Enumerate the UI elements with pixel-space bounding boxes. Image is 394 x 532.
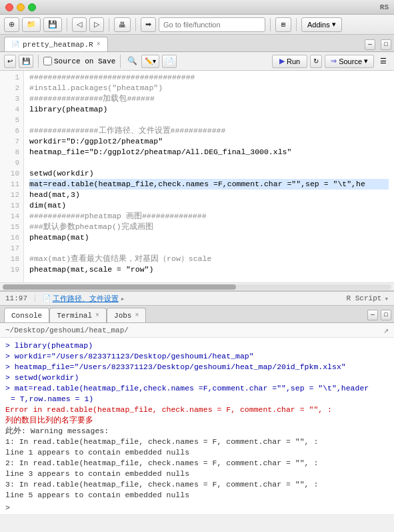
editor-minimize-button[interactable]: —: [365, 39, 375, 50]
code-line[interactable]: library(pheatmap): [29, 104, 389, 115]
code-line[interactable]: ################加载包######: [29, 93, 389, 104]
run-button[interactable]: ▶ Run: [272, 55, 307, 68]
goto-arrow-button[interactable]: ➡: [141, 17, 156, 32]
prompt-symbol: >: [5, 503, 10, 512]
console-output[interactable]: > library(pheatmap)> workdir="/Users/823…: [0, 338, 394, 503]
console-prompt-line[interactable]: >: [0, 503, 394, 514]
undo-button[interactable]: ↩: [4, 55, 16, 68]
scrollbar-track: [3, 284, 391, 290]
line-number: 1: [0, 72, 23, 83]
separator2: [109, 18, 109, 31]
editor-maximize-button[interactable]: □: [381, 39, 391, 50]
console-tab-bar: Console Terminal × Jobs × — □: [0, 306, 394, 323]
code-line[interactable]: #max(mat)查看最大值结果，对基因（row）scale: [29, 254, 389, 264]
print-button[interactable]: 🖶: [114, 17, 131, 32]
compile-button[interactable]: 📄: [162, 55, 177, 68]
code-editor: 12345678910111213141516171819 ##########…: [0, 71, 394, 291]
terminal-tab-close[interactable]: ×: [95, 312, 99, 319]
code-line[interactable]: [29, 275, 389, 282]
console-path: ~/Desktop/geshoumi/heat_map/: [5, 326, 129, 334]
addins-arrow: ▾: [332, 20, 336, 29]
source-on-save-label[interactable]: Source on Save: [43, 57, 115, 65]
line-number: 7: [0, 136, 23, 147]
script-type: R Script: [347, 294, 382, 302]
search-button[interactable]: 🔍: [125, 55, 139, 68]
terminal-tab-label: Terminal: [57, 312, 92, 320]
line-number: 17: [0, 243, 23, 254]
line-number: 18: [0, 254, 23, 264]
open-button[interactable]: 📁: [22, 17, 41, 32]
separator4: [270, 18, 271, 31]
code-content[interactable]: #####################################ins…: [24, 71, 394, 282]
console-line: 3: In read.table(heatmap_file, check.nam…: [5, 479, 389, 490]
maximize-window-button[interactable]: [28, 3, 36, 11]
file-tab-bar: 📄 pretty_heatmap.R × — □: [0, 35, 394, 52]
code-line[interactable]: ############pheatmap 画图##############: [29, 211, 389, 222]
tab-close-button[interactable]: ×: [97, 41, 101, 48]
grid-button[interactable]: ⊞: [275, 17, 291, 32]
code-line[interactable]: ####################################: [29, 72, 389, 83]
code-line[interactable]: ###############工作路径、文件设置############: [29, 125, 389, 136]
console-line: 2: In read.table(heatmap_file, check.nam…: [5, 458, 389, 469]
code-line[interactable]: pheatmap(mat,scale = "row"): [29, 264, 389, 275]
code-line[interactable]: [29, 115, 389, 125]
traffic-lights: [5, 3, 36, 11]
scrollbar-thumb[interactable]: [3, 284, 236, 290]
code-line[interactable]: heatmap_file="D:/ggplot2/pheatmap/All.DE…: [29, 147, 389, 158]
console-line: > workdir="/Users/823371123/Desktop/gesh…: [5, 351, 389, 362]
rerun-button[interactable]: ↻: [310, 55, 322, 68]
addins-button[interactable]: Addins ▾: [301, 17, 342, 32]
line-number: 6: [0, 125, 23, 136]
console-line: > heatmap_file="/Users/823371123/Desktop…: [5, 362, 389, 372]
console-line: > mat=read.table(heatmap_file,check.name…: [5, 383, 389, 394]
horizontal-scrollbar[interactable]: [0, 282, 394, 290]
minimize-window-button[interactable]: [17, 3, 25, 11]
console-line: Error in read.table(heatmap_file, check.…: [5, 405, 389, 415]
close-window-button[interactable]: [5, 3, 13, 11]
code-line[interactable]: mat=read.table(heatmap_file,check.names …: [29, 179, 389, 190]
line-number: 2: [0, 83, 23, 93]
console-line: > setwd(workdir): [5, 372, 389, 383]
line-number: 11: [0, 179, 23, 190]
code-tools-button[interactable]: ✏️▾: [141, 55, 159, 68]
source-on-save-checkbox[interactable]: [43, 57, 52, 65]
code-line[interactable]: ###默认参数pheatmap()完成画图: [29, 222, 389, 232]
line-number: [0, 275, 23, 282]
console-maximize-button[interactable]: □: [381, 310, 391, 320]
goto-input[interactable]: [159, 17, 265, 32]
file-tab-pretty-heatmap[interactable]: 📄 pretty_heatmap.R ×: [4, 37, 108, 51]
code-line[interactable]: dim(mat): [29, 200, 389, 211]
code-line[interactable]: workdir="D:/ggplot2/pheatmap": [29, 136, 389, 147]
addins-label: Addins: [307, 21, 330, 29]
console-line: line 3 appears to contain embedded nulls: [5, 469, 389, 479]
source-label: Source: [339, 57, 362, 65]
line-number: 14: [0, 211, 23, 222]
save-file-button[interactable]: 💾: [19, 55, 33, 68]
line-number: 10: [0, 168, 23, 179]
line-number: 4: [0, 104, 23, 115]
code-line[interactable]: head(mat,3): [29, 190, 389, 200]
console-tab-jobs[interactable]: Jobs ×: [107, 308, 146, 322]
section-link[interactable]: 工作路径、文件设置: [53, 294, 119, 304]
console-tab-terminal[interactable]: Terminal ×: [49, 308, 107, 322]
main-toolbar: ⊕ 📁 💾 ◁ ▷ 🖶 ➡ ⊞ Addins ▾: [0, 15, 394, 35]
console-line: = T,row.names = 1): [5, 394, 389, 405]
console-minimize-button[interactable]: —: [367, 310, 378, 320]
code-line[interactable]: [29, 158, 389, 168]
code-line[interactable]: [29, 243, 389, 254]
new-file-button[interactable]: ⊕: [4, 17, 19, 32]
console-line: 列的数目比列的名字要多: [5, 415, 389, 426]
code-line[interactable]: #install.packages("pheatmap"): [29, 83, 389, 93]
forward-button[interactable]: ▷: [89, 17, 104, 32]
jobs-tab-close[interactable]: ×: [135, 312, 139, 319]
source-button[interactable]: ⇒ Source ▾: [325, 55, 374, 68]
save-button[interactable]: 💾: [43, 17, 62, 32]
path-settings-icon[interactable]: ↗: [383, 325, 389, 336]
code-line[interactable]: pheatmap(mat): [29, 232, 389, 243]
console-line: 1: In read.table(heatmap_file, check.nam…: [5, 437, 389, 447]
console-tab-console[interactable]: Console: [4, 308, 49, 322]
console-line: > library(pheatmap): [5, 340, 389, 351]
code-line[interactable]: setwd(workdir): [29, 168, 389, 179]
editor-menu-button[interactable]: ☰: [377, 55, 390, 68]
back-button[interactable]: ◁: [72, 17, 87, 32]
